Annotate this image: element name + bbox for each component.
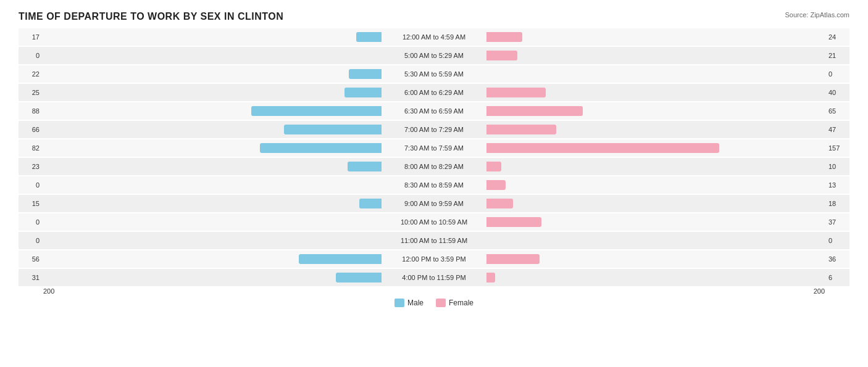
bars-center: 12:00 PM to 3:59 PM: [43, 250, 825, 268]
male-bar: [299, 254, 382, 264]
table-row: 0 5:00 AM to 5:29 AM 21: [19, 47, 849, 64]
left-bars: [43, 68, 382, 80]
male-bar: [336, 273, 382, 282]
table-row: 0 11:00 AM to 11:59 AM 0: [19, 232, 849, 249]
right-bars: [486, 179, 825, 191]
chart-title: TIME OF DEPARTURE TO WORK BY SEX IN CLIN…: [19, 11, 283, 22]
female-bar: [486, 143, 719, 153]
left-bars: [43, 87, 382, 98]
male-value: 0: [19, 181, 43, 189]
female-bar: [486, 32, 522, 42]
source-text: Source: ZipAtlas.com: [785, 11, 849, 19]
bars-center: 9:00 AM to 9:59 AM: [43, 195, 825, 212]
legend-female: Female: [436, 299, 474, 307]
title-row: TIME OF DEPARTURE TO WORK BY SEX IN CLIN…: [19, 11, 849, 22]
male-value: 0: [19, 218, 43, 226]
female-label: Female: [449, 299, 474, 307]
left-bars: [43, 31, 382, 43]
female-value: 0: [825, 237, 849, 244]
bars-center: 8:00 AM to 8:29 AM: [43, 158, 825, 175]
male-bar: [348, 162, 382, 171]
time-label: 11:00 AM to 11:59 AM: [382, 237, 486, 244]
table-row: 22 5:30 AM to 5:59 AM 0: [19, 65, 849, 83]
male-value: 0: [19, 52, 43, 59]
right-bars: [486, 142, 825, 154]
bars-center: 6:30 AM to 6:59 AM: [43, 102, 825, 120]
left-bars: [43, 198, 382, 209]
male-value: 31: [19, 274, 43, 281]
right-bars: [486, 235, 825, 246]
female-bar: [486, 51, 517, 60]
female-bar: [486, 273, 495, 282]
table-row: 23 8:00 AM to 8:29 AM 10: [19, 158, 849, 175]
bars-center: 10:00 AM to 10:59 AM: [43, 213, 825, 231]
table-row: 17 12:00 AM to 4:59 AM 24: [19, 28, 849, 46]
table-row: 66 7:00 AM to 7:29 AM 47: [19, 121, 849, 138]
male-label: Male: [407, 299, 424, 307]
legend-male: Male: [394, 299, 424, 307]
male-bar: [284, 125, 382, 134]
time-label: 7:00 AM to 7:29 AM: [382, 126, 486, 133]
female-value: 40: [825, 89, 849, 96]
time-label: 12:00 PM to 3:59 PM: [382, 255, 486, 263]
male-value: 17: [19, 33, 43, 41]
female-bar: [486, 199, 513, 208]
male-value: 56: [19, 255, 43, 263]
table-row: 15 9:00 AM to 9:59 AM 18: [19, 195, 849, 212]
male-bar: [260, 143, 382, 153]
female-value: 10: [825, 163, 849, 170]
bars-center: 8:30 AM to 8:59 AM: [43, 176, 825, 194]
female-value: 157: [825, 144, 849, 152]
left-bars: [43, 50, 382, 61]
male-bar: [344, 88, 382, 97]
female-bar: [486, 217, 541, 227]
bars-center: 12:00 AM to 4:59 AM: [43, 28, 825, 46]
male-value: 25: [19, 89, 43, 96]
bars-center: 4:00 PM to 11:59 PM: [43, 269, 825, 286]
female-value: 0: [825, 70, 849, 78]
bars-center: 5:00 AM to 5:29 AM: [43, 47, 825, 64]
male-value: 15: [19, 200, 43, 207]
female-bar: [486, 125, 556, 134]
time-label: 8:00 AM to 8:29 AM: [382, 163, 486, 170]
bars-center: 5:30 AM to 5:59 AM: [43, 65, 825, 83]
right-bars: [486, 198, 825, 209]
male-bar: [251, 106, 382, 116]
female-value: 37: [825, 218, 849, 226]
female-bar: [486, 254, 540, 264]
right-bars: [486, 105, 825, 117]
left-bars: [43, 272, 382, 283]
right-bars: [486, 87, 825, 98]
right-bars: [486, 124, 825, 135]
female-bar: [486, 162, 501, 171]
bars-center: 6:00 AM to 6:29 AM: [43, 84, 825, 101]
right-bars: [486, 31, 825, 43]
table-row: 31 4:00 PM to 11:59 PM 6: [19, 269, 849, 286]
right-bars: [486, 216, 825, 228]
axis-left: 200: [43, 287, 54, 295]
male-bar: [356, 32, 382, 42]
female-value: 21: [825, 52, 849, 59]
time-label: 7:30 AM to 7:59 AM: [382, 144, 486, 152]
chart-area: 17 12:00 AM to 4:59 AM 24 0 5:00 AM to 5…: [19, 28, 849, 286]
left-bars: [43, 179, 382, 191]
female-value: 6: [825, 274, 849, 281]
female-value: 13: [825, 181, 849, 189]
time-label: 5:30 AM to 5:59 AM: [382, 70, 486, 78]
male-value: 22: [19, 70, 43, 78]
right-bars: [486, 254, 825, 265]
left-bars: [43, 254, 382, 265]
chart-container: TIME OF DEPARTURE TO WORK BY SEX IN CLIN…: [0, 0, 868, 367]
female-bar: [486, 180, 506, 190]
male-swatch: [394, 299, 404, 307]
left-bars: [43, 105, 382, 117]
male-bar: [349, 69, 382, 79]
left-bars: [43, 161, 382, 172]
female-value: 36: [825, 255, 849, 263]
female-value: 18: [825, 200, 849, 207]
male-value: 0: [19, 237, 43, 244]
time-label: 12:00 AM to 4:59 AM: [382, 33, 486, 41]
table-row: 0 8:30 AM to 8:59 AM 13: [19, 176, 849, 194]
table-row: 88 6:30 AM to 6:59 AM 65: [19, 102, 849, 120]
male-value: 88: [19, 107, 43, 115]
